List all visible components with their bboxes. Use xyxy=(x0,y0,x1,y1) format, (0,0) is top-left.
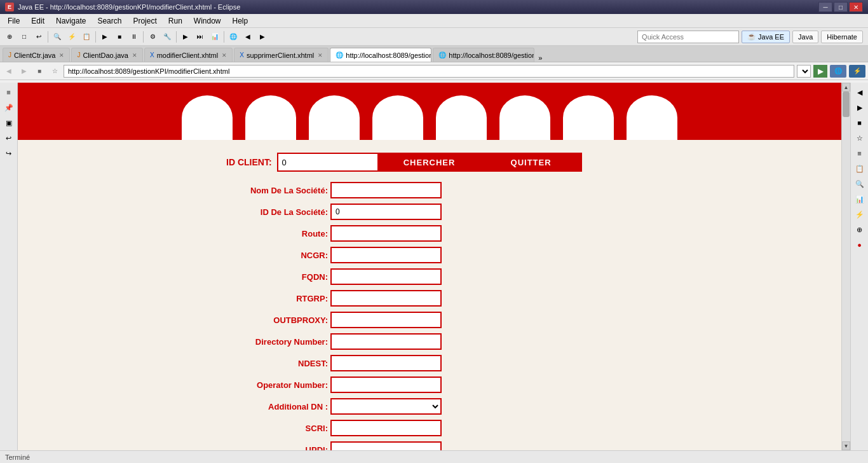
toolbar-btn-10[interactable]: ⚙ xyxy=(146,30,159,44)
go-button[interactable]: ▶ xyxy=(813,65,827,78)
right-sidebar-btn-2[interactable]: ▶ xyxy=(853,100,867,114)
menu-project[interactable]: Project xyxy=(128,15,161,27)
toolbar-btn-2[interactable]: □ xyxy=(17,30,31,44)
tab-label-3: modifierClient.xhtml xyxy=(157,52,219,59)
sidebar-btn-menu[interactable]: ≡ xyxy=(2,85,16,99)
perspective-hibernate[interactable]: Hibernate xyxy=(821,31,863,43)
scroll-up-arrow[interactable]: ▲ xyxy=(842,83,850,92)
tab-client-ctr[interactable]: J ClientCtr.java ✕ xyxy=(3,48,70,62)
field-row-nom-societe: Nom De La Société: xyxy=(226,182,442,198)
menu-run[interactable]: Run xyxy=(163,15,187,27)
right-sidebar-btn-1[interactable]: ◀ xyxy=(853,85,867,99)
field-row-rtgrp: RTGRP: xyxy=(226,290,442,307)
field-row-outbproxy: OUTBPROXY: xyxy=(226,312,442,328)
menu-help[interactable]: Help xyxy=(227,15,254,27)
chercher-button[interactable]: CHERCHER xyxy=(379,153,480,172)
right-sidebar-btn-5[interactable]: ≡ xyxy=(853,146,867,160)
menu-window[interactable]: Window xyxy=(189,15,226,27)
operator-number-input[interactable] xyxy=(330,377,442,393)
id-client-input[interactable] xyxy=(277,153,379,172)
right-sidebar-btn-6[interactable]: 📋 xyxy=(853,162,867,176)
updi-input[interactable] xyxy=(330,441,442,450)
back-button[interactable]: ◀ xyxy=(3,65,15,78)
right-sidebar-btn-3[interactable]: ■ xyxy=(853,116,867,130)
tab-close-btn[interactable]: ✕ xyxy=(59,52,64,59)
perspective-java-ee[interactable]: ☕ Java EE xyxy=(742,31,790,43)
vertical-scrollbar[interactable]: ▲ ▼ xyxy=(841,83,850,450)
fqdn-input[interactable] xyxy=(330,268,442,285)
field-row-operator-number: Operator Number: xyxy=(226,377,442,393)
toolbar-btn-17[interactable]: ▶ xyxy=(255,30,269,44)
stop-button[interactable]: ■ xyxy=(33,65,46,78)
toolbar-btn-5[interactable]: ⚡ xyxy=(65,30,79,44)
toolbar-btn-6[interactable]: 📋 xyxy=(79,30,93,44)
forward-button[interactable]: ▶ xyxy=(18,65,31,78)
toolbar-btn-8[interactable]: ■ xyxy=(112,30,126,44)
tab-overflow-btn[interactable]: » xyxy=(536,54,545,62)
tab-supprimer-client[interactable]: X supprimerClient.xhtml ✕ xyxy=(234,48,329,62)
sidebar-btn-pin[interactable]: 📌 xyxy=(2,100,16,114)
maximize-button[interactable]: □ xyxy=(834,2,848,12)
sidebar-btn-back[interactable]: ↩ xyxy=(2,131,16,145)
close-button[interactable]: ✕ xyxy=(849,2,863,12)
toolbar-btn-14[interactable]: 📊 xyxy=(208,30,222,44)
route-input[interactable] xyxy=(330,225,442,242)
address-dropdown[interactable] xyxy=(797,65,811,78)
quitter-top-button[interactable]: QUITTER xyxy=(480,153,582,172)
toolbar-btn-13[interactable]: ⏭ xyxy=(193,30,207,44)
toolbar-btn-9[interactable]: ⏸ xyxy=(127,30,141,44)
menu-file[interactable]: File xyxy=(3,15,25,27)
scroll-track[interactable] xyxy=(842,92,850,441)
toolbar-btn-11[interactable]: 🔧 xyxy=(160,30,174,44)
scri-input[interactable] xyxy=(330,420,442,436)
menu-navigate[interactable]: Navigate xyxy=(51,15,91,27)
arch-2 xyxy=(239,89,302,140)
action-btn-1[interactable]: 🌐 xyxy=(830,65,846,78)
scroll-down-arrow[interactable]: ▼ xyxy=(842,441,850,450)
tab-bar: J ClientCtr.java ✕ J ClientDao.java ✕ X … xyxy=(0,46,868,62)
window-title: Java EE - http://localhost:8089/gestionK… xyxy=(18,3,240,11)
quick-access-input[interactable] xyxy=(637,31,739,43)
menu-search[interactable]: Search xyxy=(92,15,126,27)
arch-6 xyxy=(493,89,557,140)
tab-close-btn-4[interactable]: ✕ xyxy=(318,52,323,59)
menu-edit[interactable]: Edit xyxy=(26,15,50,27)
toolbar-btn-7[interactable]: ▶ xyxy=(98,30,112,44)
tab-browser-2[interactable]: 🌐 http://localhost:8089/gestionKPI/modif… xyxy=(433,48,534,62)
toolbar-btn-1[interactable]: ⊕ xyxy=(3,30,17,44)
field-row-scri: SCRI: xyxy=(226,420,442,436)
rtgrp-input[interactable] xyxy=(330,290,442,307)
sidebar-btn-panel[interactable]: ▣ xyxy=(2,116,16,130)
id-societe-input[interactable] xyxy=(330,204,442,220)
toolbar-btn-12[interactable]: ▶ xyxy=(179,30,193,44)
minimize-button[interactable]: ─ xyxy=(818,2,832,12)
additional-dn-select[interactable] xyxy=(330,398,442,415)
sidebar-btn-forward[interactable]: ↪ xyxy=(2,146,16,160)
right-sidebar-btn-10[interactable]: ⊕ xyxy=(853,223,867,237)
tab-browser-1[interactable]: 🌐 http://localhost:8089/gestionKPI/modif… xyxy=(330,48,431,62)
perspective-java[interactable]: Java xyxy=(792,31,818,43)
tab-close-btn-3[interactable]: ✕ xyxy=(222,52,227,59)
toolbar-btn-3[interactable]: ↩ xyxy=(32,30,46,44)
tab-client-dao[interactable]: J ClientDao.java ✕ xyxy=(71,48,143,62)
right-sidebar-btn-7[interactable]: 🔍 xyxy=(853,177,867,191)
right-sidebar-btn-4[interactable]: ☆ xyxy=(853,131,867,145)
tab-modifier-client[interactable]: X modifierClient.xhtml ✕ xyxy=(144,48,233,62)
nom-societe-input[interactable] xyxy=(330,182,442,198)
bookmark-button[interactable]: ☆ xyxy=(48,65,61,78)
ndest-input[interactable] xyxy=(330,355,442,371)
tab-close-btn-2[interactable]: ✕ xyxy=(132,52,137,59)
arch-7 xyxy=(557,89,620,140)
right-sidebar-btn-11[interactable]: ● xyxy=(853,238,867,252)
directory-number-input[interactable] xyxy=(330,333,442,350)
action-btn-2[interactable]: ⚡ xyxy=(849,65,865,78)
scroll-thumb[interactable] xyxy=(843,92,850,117)
right-sidebar-btn-9[interactable]: ⚡ xyxy=(853,207,867,221)
toolbar-btn-4[interactable]: 🔍 xyxy=(50,30,64,44)
right-sidebar-btn-8[interactable]: 📊 xyxy=(853,192,867,206)
toolbar-btn-15[interactable]: 🌐 xyxy=(226,30,240,44)
toolbar-btn-16[interactable]: ◀ xyxy=(241,30,255,44)
outbproxy-input[interactable] xyxy=(330,312,442,328)
ncgr-input[interactable] xyxy=(330,247,442,263)
address-input[interactable] xyxy=(64,65,794,78)
